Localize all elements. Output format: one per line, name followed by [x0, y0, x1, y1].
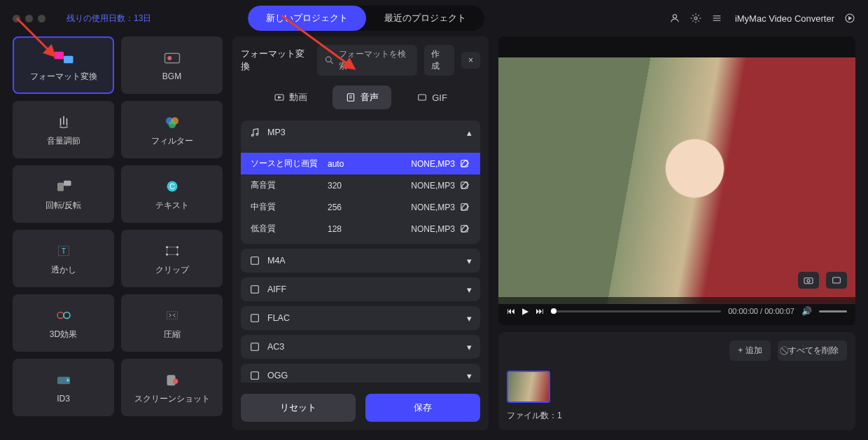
reset-button[interactable]: リセット	[241, 394, 356, 422]
format-name: AC3	[267, 342, 284, 352]
tool-rotate[interactable]: 回転/反転	[13, 165, 114, 223]
tool-label: フォーマット変換	[30, 71, 97, 83]
quality-row-source[interactable]: ソースと同じ画質autoNONE,MP3	[241, 153, 480, 174]
file-thumbnail[interactable]	[507, 371, 550, 403]
camera-icon	[803, 275, 814, 286]
format-item-aiff[interactable]: AIFF▾	[241, 277, 480, 301]
edit-icon[interactable]	[459, 180, 470, 191]
svg-rect-12	[57, 182, 64, 191]
next-button[interactable]: ⏭	[536, 306, 544, 316]
tool-compress[interactable]: 圧縮	[121, 294, 223, 352]
svg-point-21	[166, 253, 168, 255]
create-button[interactable]: 作成	[424, 45, 454, 76]
maximize-window-icon[interactable]	[38, 15, 46, 22]
format-search[interactable]: フォーマットを検索	[317, 45, 417, 76]
edit-icon[interactable]	[459, 202, 470, 213]
tool-label: クリップ	[155, 264, 189, 276]
volume-icon[interactable]: 🔊	[802, 306, 812, 316]
quality-rate: 256	[328, 202, 384, 212]
format-item-flac[interactable]: FLAC▾	[241, 306, 480, 330]
tab-label: 音声	[360, 91, 379, 104]
edit-icon[interactable]	[459, 224, 470, 235]
tool-label: スクリーンショット	[134, 393, 210, 405]
tool-sidebar: フォーマット変換 BGM 音量調節 フィルター 回転/反転 Cテキスト T透かし…	[13, 36, 223, 430]
tool-watermark[interactable]: T透かし	[13, 230, 114, 287]
volume-slider[interactable]	[819, 310, 847, 312]
quality-row-low[interactable]: 低音質128NONE,MP3	[241, 218, 480, 240]
format-panel: フォーマット変換 フォーマットを検索 作成 × 動画 音声 GIF MP3 ▴ …	[232, 36, 489, 430]
tab-gif[interactable]: GIF	[404, 85, 460, 109]
chevron-down-icon: ▾	[467, 342, 472, 352]
svg-point-2	[673, 15, 676, 18]
format-item-ac3[interactable]: AC3▾	[241, 335, 480, 359]
svg-point-24	[64, 312, 70, 318]
seek-bar[interactable]	[551, 310, 721, 312]
tool-text[interactable]: Cテキスト	[121, 165, 223, 223]
tab-audio[interactable]: 音声	[332, 85, 391, 109]
svg-rect-33	[419, 95, 426, 100]
tab-new-project[interactable]: 新しいプロジェクト	[248, 6, 366, 31]
format-name: OGG	[267, 371, 288, 380]
quality-row-mid[interactable]: 中音質256NONE,MP3	[241, 196, 480, 218]
close-window-icon[interactable]	[13, 15, 20, 22]
settings-icon[interactable]	[690, 13, 701, 24]
close-panel-button[interactable]: ×	[461, 52, 480, 69]
svg-point-34	[251, 135, 253, 137]
tool-clip[interactable]: クリップ	[121, 230, 223, 287]
tool-bgm[interactable]: BGM	[121, 36, 223, 94]
audio-file-icon	[249, 370, 260, 381]
app-title: iMyMac Video Converter	[735, 13, 834, 24]
playback-controls: ⏮ ▶ ⏭ 00:00:00 / 00:00:07 🔊	[498, 297, 855, 325]
format-item-ogg[interactable]: OGG▾	[241, 364, 480, 383]
file-list-panel: + 追加 ⃠ すべてを削除 ファイル数：1	[498, 332, 855, 430]
quality-name: 中音質	[251, 201, 328, 213]
svg-rect-43	[251, 343, 259, 351]
menu-icon[interactable]	[711, 13, 722, 24]
window-controls[interactable]	[13, 15, 46, 22]
tab-recent-projects[interactable]: 最近のプロジェクト	[366, 6, 484, 31]
quality-row-high[interactable]: 高音質320NONE,MP3	[241, 174, 480, 196]
format-item-m4a[interactable]: M4A▾	[241, 249, 480, 273]
svg-rect-47	[804, 278, 813, 284]
tool-format-convert[interactable]: フォーマット変換	[13, 36, 114, 94]
minimize-window-icon[interactable]	[25, 15, 33, 22]
audio-file-icon	[249, 341, 260, 352]
tool-id3[interactable]: ID3	[13, 359, 114, 416]
svg-rect-41	[251, 286, 259, 294]
format-item-mp3[interactable]: MP3 ▴ ソースと同じ画質autoNONE,MP3 高音質320NONE,MP…	[241, 121, 480, 244]
svg-text:C: C	[169, 181, 175, 190]
delete-all-button[interactable]: ⃠ すべてを削除	[778, 341, 847, 361]
quality-rate: auto	[328, 159, 384, 169]
quality-name: 高音質	[251, 179, 328, 191]
tool-3d[interactable]: 3D効果	[13, 294, 114, 352]
tool-volume[interactable]: 音量調節	[13, 101, 114, 158]
tool-label: ID3	[57, 394, 70, 404]
edit-icon[interactable]	[459, 158, 470, 170]
snapshot-button[interactable]	[798, 272, 819, 289]
tool-filter[interactable]: フィルター	[121, 101, 223, 158]
svg-rect-49	[833, 277, 841, 283]
account-icon[interactable]	[669, 13, 680, 24]
tool-screenshot[interactable]: スクリーンショット	[121, 359, 223, 416]
svg-point-19	[166, 246, 168, 248]
svg-point-35	[256, 133, 258, 135]
format-name: FLAC	[267, 313, 290, 323]
save-button[interactable]: 保存	[365, 394, 480, 422]
prev-button[interactable]: ⏮	[507, 306, 515, 316]
play-circle-icon[interactable]	[844, 13, 855, 24]
search-icon	[324, 55, 335, 66]
svg-rect-40	[251, 257, 259, 265]
tool-label: 回転/反転	[46, 200, 81, 212]
svg-point-11	[168, 121, 176, 128]
add-file-button[interactable]: + 追加	[729, 341, 770, 361]
audio-file-icon	[249, 312, 260, 324]
svg-point-30	[326, 57, 331, 62]
play-button[interactable]: ▶	[522, 306, 528, 316]
svg-rect-26	[167, 311, 177, 319]
svg-point-29	[172, 378, 178, 384]
tool-label: 圧縮	[164, 329, 181, 341]
quality-rate: 128	[328, 224, 384, 234]
format-name: M4A	[267, 256, 286, 266]
tab-video[interactable]: 動画	[261, 85, 320, 109]
fullscreen-button[interactable]	[826, 272, 847, 289]
